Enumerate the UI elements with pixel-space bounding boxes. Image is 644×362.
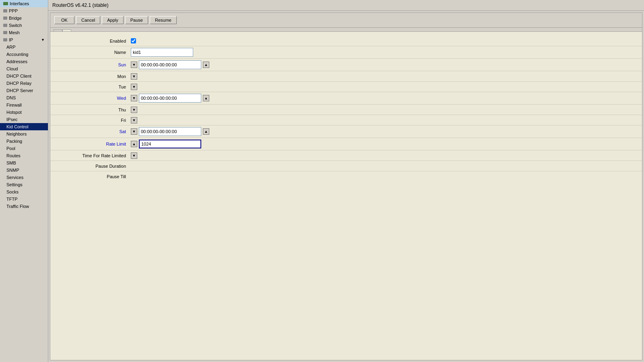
sidebar-item-label: Hotspot (6, 110, 22, 115)
sidebar-item-label: Traffic Flow (6, 204, 29, 209)
sidebar-item-hotspot[interactable]: Hotspot (0, 109, 48, 116)
sidebar-item-label: Neighbors (6, 132, 27, 136)
wed-label: Wed (50, 96, 131, 101)
sidebar-item-label: DHCP Relay (6, 81, 31, 86)
sidebar-item-neighbors[interactable]: Neighbors (0, 130, 48, 138)
rate-limit-control: ▲ (131, 140, 642, 148)
sat-up-arrow[interactable]: ▲ (203, 128, 209, 135)
sidebar-item-dhcp-relay[interactable]: DHCP Relay (0, 80, 48, 87)
tab-1[interactable] (54, 29, 62, 31)
enabled-control (131, 38, 642, 43)
mon-row: Mon ▼ (50, 71, 642, 82)
sun-input[interactable] (139, 60, 201, 69)
sidebar-item-label: Accounting (6, 52, 28, 57)
app-title: RouterOS v6.42.1 (stable) (52, 2, 108, 8)
ok-button[interactable]: OK (54, 16, 74, 24)
name-row: Name (50, 46, 642, 59)
tue-dropdown[interactable]: ▼ (131, 84, 137, 90)
wed-row: Wed ▼ ▲ (50, 92, 642, 105)
pause-duration-row: Pause Duration (50, 161, 642, 171)
sidebar-item-label: DHCP Client (6, 74, 31, 78)
sidebar-item-ip[interactable]: IP ▼ (0, 36, 48, 43)
wed-up-arrow[interactable]: ▲ (203, 95, 209, 101)
sidebar-item-traffic-flow[interactable]: Traffic Flow (0, 203, 48, 210)
switch-icon (3, 24, 7, 27)
fri-control: ▼ (131, 117, 642, 123)
fri-row: Fri ▼ (50, 115, 642, 125)
sidebar-item-interfaces[interactable]: Interfaces (0, 0, 48, 7)
sidebar-item-tftp[interactable]: TFTP (0, 195, 48, 203)
sun-label: Sun (50, 62, 131, 67)
thu-row: Thu ▼ (50, 105, 642, 115)
interfaces-icon (3, 2, 8, 5)
sidebar-item-label: IPsec (6, 117, 18, 122)
sidebar-item-ppp[interactable]: PPP (0, 7, 48, 14)
sun-row: Sun ▼ ▲ (50, 59, 642, 71)
sidebar-item-label: Interfaces (10, 1, 29, 6)
sidebar-item-dhcp-client[interactable]: DHCP Client (0, 72, 48, 80)
wed-input[interactable] (139, 94, 201, 103)
sidebar-item-accounting[interactable]: Accounting (0, 51, 48, 58)
mon-control: ▼ (131, 73, 642, 80)
pause-till-row: Pause Till (50, 171, 642, 182)
apply-button[interactable]: Apply (102, 16, 124, 24)
sidebar-item-label: Routes (6, 153, 21, 158)
sidebar-item-label: Switch (9, 23, 22, 28)
sidebar-item-label: SNMP (6, 168, 19, 173)
sidebar-item-services[interactable]: Services (0, 174, 48, 181)
sidebar-item-mesh[interactable]: Mesh (0, 29, 48, 36)
cancel-button[interactable]: Cancel (76, 16, 100, 24)
mon-dropdown[interactable]: ▼ (131, 73, 137, 80)
sidebar-item-firewall[interactable]: Firewall (0, 101, 48, 109)
sidebar-item-dhcp-server[interactable]: DHCP Server (0, 87, 48, 94)
pause-button[interactable]: Pause (125, 16, 148, 24)
sidebar-item-kid-control[interactable]: Kid Control (0, 123, 48, 130)
sat-row: Sat ▼ ▲ (50, 125, 642, 138)
bridge-icon (3, 16, 7, 20)
sun-dropdown[interactable]: ▼ (131, 62, 137, 68)
sidebar-item-cloud[interactable]: Cloud (0, 65, 48, 72)
sidebar-item-label: Services (6, 175, 23, 180)
sidebar-item-socks[interactable]: Socks (0, 188, 48, 195)
rate-limit-up-arrow[interactable]: ▲ (131, 141, 137, 147)
sidebar-item-smb[interactable]: SMB (0, 159, 48, 167)
resume-button[interactable]: Resume (150, 16, 177, 24)
sidebar-item-label: Pool (6, 146, 15, 151)
mon-label: Mon (50, 74, 131, 79)
sidebar-item-arp[interactable]: ARP (0, 43, 48, 51)
time-for-rate-limited-row: Time For Rate Limited ▼ (50, 150, 642, 161)
fri-dropdown[interactable]: ▼ (131, 117, 137, 123)
sidebar-item-pool[interactable]: Pool (0, 145, 48, 152)
enabled-label: Enabled (50, 39, 131, 43)
sat-dropdown[interactable]: ▼ (131, 128, 137, 135)
sidebar-item-label: Packing (6, 139, 22, 144)
sidebar-item-switch[interactable]: Switch (0, 22, 48, 29)
sidebar-item-packing[interactable]: Packing (0, 138, 48, 145)
sat-control: ▼ ▲ (131, 127, 642, 136)
wed-control: ▼ ▲ (131, 94, 642, 103)
sidebar-item-snmp[interactable]: SNMP (0, 167, 48, 174)
sun-up-arrow[interactable]: ▲ (203, 62, 209, 68)
pause-duration-label: Pause Duration (50, 164, 131, 169)
name-input[interactable] (131, 48, 193, 57)
fri-label: Fri (50, 118, 131, 123)
sidebar-item-label: Firewall (6, 103, 22, 107)
thu-dropdown[interactable]: ▼ (131, 107, 137, 113)
rate-limit-label: Rate Limit (50, 142, 131, 146)
sidebar-item-addresses[interactable]: Addresses (0, 58, 48, 65)
sat-input[interactable] (139, 127, 201, 136)
tab-2[interactable] (62, 29, 71, 31)
sidebar-item-label: TFTP (6, 197, 18, 202)
sidebar-item-ipsec[interactable]: IPsec (0, 116, 48, 123)
wed-dropdown[interactable]: ▼ (131, 95, 137, 101)
rate-limit-input[interactable] (139, 140, 201, 148)
sidebar-item-settings[interactable]: Settings (0, 181, 48, 188)
enabled-checkbox[interactable] (131, 38, 136, 43)
ppp-icon (3, 9, 7, 12)
time-for-rate-limited-dropdown[interactable]: ▼ (131, 152, 137, 159)
sidebar-item-bridge[interactable]: Bridge (0, 14, 48, 22)
sidebar-item-dns[interactable]: DNS (0, 94, 48, 101)
sidebar-item-routes[interactable]: Routes (0, 152, 48, 159)
sidebar: Interfaces PPP Bridge Switch Mesh IP ▼ A… (0, 0, 48, 362)
sun-control: ▼ ▲ (131, 60, 642, 69)
